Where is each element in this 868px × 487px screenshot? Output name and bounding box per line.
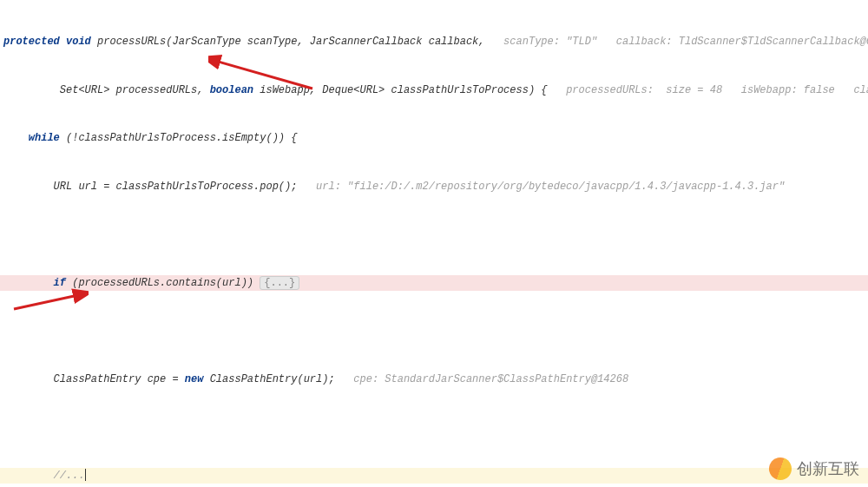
- code-text: (!classPathUrlsToProcess.isEmpty()) {: [60, 132, 298, 144]
- keyword: new: [185, 373, 204, 385]
- inline-hint: processedURLs: size = 48 isWebapp: false…: [548, 84, 868, 96]
- code-text: URL url = classPathUrlsToProcess.pop();: [3, 181, 297, 193]
- code-line: [0, 419, 868, 436]
- code-text: ClassPathEntry cpe =: [3, 373, 185, 385]
- code-text: isWebapp, Deque<URL> classPathUrlsToProc…: [253, 84, 547, 96]
- fold-region[interactable]: {...}: [260, 276, 299, 290]
- comment: //...: [3, 470, 85, 482]
- code-line: protected void processURLs(JarScanType s…: [0, 34, 868, 50]
- watermark: 创新互联: [769, 457, 859, 480]
- inline-hint: url: "file:/D:/.m2/repository/org/bytede…: [297, 181, 785, 193]
- caret-icon: [85, 469, 86, 481]
- keyword: boolean: [210, 84, 253, 96]
- watermark-text: 创新互联: [797, 461, 859, 477]
- code-text: ClassPathEntry(url);: [203, 373, 334, 385]
- watermark-logo-icon: [766, 454, 794, 483]
- code-line: [0, 227, 868, 243]
- keyword: protected void: [3, 36, 91, 48]
- inline-hint: cpe: StandardJarScanner$ClassPathEntry@1…: [335, 373, 628, 385]
- code-editor: protected void processURLs(JarScanType s…: [0, 0, 868, 487]
- keyword: while: [3, 132, 60, 144]
- code-line: while (!classPathUrlsToProcess.isEmpty()…: [0, 130, 868, 147]
- code-line: Set<URL> processedURLs, boolean isWebapp…: [0, 82, 868, 99]
- code-line: URL url = classPathUrlsToProcess.pop(); …: [0, 179, 868, 195]
- code-text: processURLs(JarScanType scanType, JarSca…: [91, 36, 485, 48]
- code-line-comment-highlight: //...: [0, 468, 868, 484]
- code-text: Set<URL> processedURLs,: [3, 84, 210, 96]
- code-line: ClassPathEntry cpe = new ClassPathEntry(…: [0, 372, 868, 388]
- code-line: [0, 323, 868, 339]
- inline-hint: scanType: "TLD" callback: TldScanner$Tld…: [485, 36, 868, 48]
- code-text: (processedURLs.contains(url)): [66, 277, 260, 289]
- keyword: if: [3, 277, 66, 289]
- code-line-contains-highlight: if (processedURLs.contains(url)) {...}: [0, 275, 868, 292]
